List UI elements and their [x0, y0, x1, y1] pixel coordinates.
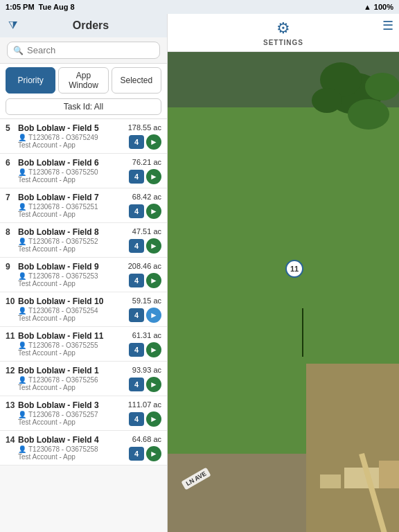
order-nav-arrow[interactable]: ►	[146, 308, 161, 323]
svg-rect-3	[306, 364, 399, 532]
order-area: 93.93 ac	[132, 366, 161, 374]
date: Tue Aug 8	[39, 3, 75, 11]
search-input-wrap: 🔍	[7, 42, 160, 59]
order-name: Bob Loblaw - Field 5	[18, 123, 125, 133]
order-name: Bob Loblaw - Field 7	[18, 193, 126, 202]
order-account: Test Account - App	[18, 418, 125, 426]
person-icon: 👤	[18, 238, 26, 245]
tab-appwindow[interactable]: App Window	[58, 67, 108, 94]
order-item[interactable]: 8 Bob Loblaw - Field 8 👤 T1230678 - O367…	[0, 223, 167, 258]
search-bar: 🔍	[0, 37, 167, 64]
order-right: 208.46 ac 4 ►	[128, 262, 161, 288]
svg-point-10	[365, 73, 399, 100]
svg-point-12	[348, 99, 389, 130]
order-num: 5	[6, 123, 15, 133]
map-area[interactable]: 11 LN AVE	[168, 52, 399, 532]
order-id: 👤 T1230678 - O3675253	[18, 272, 125, 280]
person-icon: 👤	[18, 272, 26, 280]
order-nav-arrow[interactable]: ►	[146, 342, 161, 357]
svg-point-13	[312, 88, 342, 113]
order-num: 12	[6, 366, 15, 375]
task-id-bar: Task Id: All	[0, 96, 167, 119]
order-account: Test Account - App	[18, 176, 126, 184]
menu-icon[interactable]: ☰	[382, 19, 393, 33]
order-nav-arrow[interactable]: ►	[146, 377, 161, 392]
orders-list[interactable]: 5 Bob Loblaw - Field 5 👤 T1230678 - O367…	[0, 119, 167, 532]
status-bar-left: 1:05 PM Tue Aug 8	[6, 3, 75, 11]
order-right: 178.55 ac 4 ►	[128, 123, 161, 150]
order-item[interactable]: 11 Bob Loblaw - Field 11 👤 T1230678 - O3…	[0, 327, 167, 362]
time: 1:05 PM	[6, 3, 35, 11]
order-item[interactable]: 10 Bob Loblaw - Field 10 👤 T1230678 - O3…	[0, 292, 167, 327]
badge-nav: 4 ►	[129, 446, 161, 461]
order-nav-arrow[interactable]: ►	[146, 238, 161, 254]
order-info: Bob Loblaw - Field 4 👤 T1230678 - O36752…	[18, 435, 126, 461]
order-nav-arrow[interactable]: ►	[146, 169, 161, 184]
order-account: Test Account - App	[18, 245, 126, 253]
search-input[interactable]	[27, 45, 154, 55]
order-area: 59.15 ac	[132, 296, 161, 305]
task-id-button[interactable]: Task Id: All	[6, 98, 161, 115]
order-item[interactable]: 13 Bob Loblaw - Field 3 👤 T1230678 - O36…	[0, 396, 167, 431]
svg-rect-5	[344, 468, 379, 488]
order-nav-arrow[interactable]: ►	[146, 204, 161, 219]
order-id: 👤 T1230678 - O3675252	[18, 238, 126, 245]
order-item[interactable]: 6 Bob Loblaw - Field 6 👤 T1230678 - O367…	[0, 154, 167, 188]
order-id: 👤 T1230678 - O3675250	[18, 168, 126, 176]
person-icon: 👤	[18, 203, 26, 211]
badge-nav: 4 ►	[129, 204, 161, 219]
order-item[interactable]: 14 Bob Loblaw - Field 4 👤 T1230678 - O36…	[0, 431, 167, 466]
right-header: ☰ ⚙ SETTINGS	[168, 14, 399, 52]
order-nav-arrow[interactable]: ►	[146, 134, 161, 150]
order-num: 10	[6, 296, 15, 306]
menu-icon-wrap[interactable]: ☰	[377, 14, 399, 37]
order-area: 47.51 ac	[132, 227, 161, 236]
order-id: 👤 T1230678 - O3675256	[18, 376, 126, 384]
order-account: Test Account - App	[18, 384, 126, 391]
order-name: Bob Loblaw - Field 6	[18, 158, 126, 168]
order-num: 9	[6, 262, 15, 272]
order-right: 93.93 ac 4 ►	[129, 366, 161, 392]
order-nav-arrow[interactable]: ►	[146, 446, 161, 461]
order-nav-arrow[interactable]: ►	[146, 411, 161, 427]
order-item[interactable]: 9 Bob Loblaw - Field 9 👤 T1230678 - O367…	[0, 258, 167, 292]
filter-icon[interactable]: ⧩	[8, 19, 17, 32]
tab-priority[interactable]: Priority	[6, 67, 55, 94]
svg-rect-6	[379, 461, 399, 488]
battery: 100%	[374, 3, 393, 11]
map-svg	[168, 52, 399, 532]
order-item[interactable]: 5 Bob Loblaw - Field 5 👤 T1230678 - O367…	[0, 119, 167, 154]
search-icon: 🔍	[13, 46, 24, 55]
order-id: 👤 T1230678 - O3675251	[18, 203, 126, 211]
status-bar-right: ▲ 100%	[364, 3, 393, 11]
badge-nav: 4 ►	[129, 273, 161, 288]
order-area: 64.68 ac	[132, 435, 161, 443]
person-icon: 👤	[18, 307, 26, 314]
order-account: Test Account - App	[18, 280, 125, 287]
order-right: 47.51 ac 4 ►	[129, 227, 161, 254]
order-item[interactable]: 12 Bob Loblaw - Field 1 👤 T1230678 - O36…	[0, 362, 167, 396]
order-area: 178.55 ac	[128, 123, 161, 132]
order-num: 14	[6, 435, 15, 445]
order-account: Test Account - App	[18, 141, 125, 149]
order-name: Bob Loblaw - Field 1	[18, 366, 126, 375]
right-panel: ☰ ⚙ SETTINGS	[168, 14, 399, 532]
order-item[interactable]: 7 Bob Loblaw - Field 7 👤 T1230678 - O367…	[0, 188, 167, 223]
order-area: 68.42 ac	[132, 193, 161, 201]
order-area: 111.07 ac	[128, 400, 161, 409]
person-icon: 👤	[18, 134, 26, 141]
order-area: 76.21 ac	[132, 158, 161, 166]
badge-nav: 4 ►	[129, 169, 161, 184]
order-name: Bob Loblaw - Field 3	[18, 400, 125, 410]
tab-selected[interactable]: Selected	[112, 67, 161, 94]
order-account: Test Account - App	[18, 211, 126, 218]
settings-icon[interactable]: ⚙	[276, 19, 290, 37]
order-num: 8	[6, 227, 15, 237]
order-nav-arrow[interactable]: ►	[146, 273, 161, 288]
order-num: 6	[6, 158, 15, 168]
order-num: 13	[6, 400, 15, 410]
order-info: Bob Loblaw - Field 6 👤 T1230678 - O36752…	[18, 158, 126, 184]
order-badge: 4	[129, 170, 144, 184]
order-badge: 4	[129, 204, 144, 218]
order-info: Bob Loblaw - Field 8 👤 T1230678 - O36752…	[18, 227, 126, 253]
